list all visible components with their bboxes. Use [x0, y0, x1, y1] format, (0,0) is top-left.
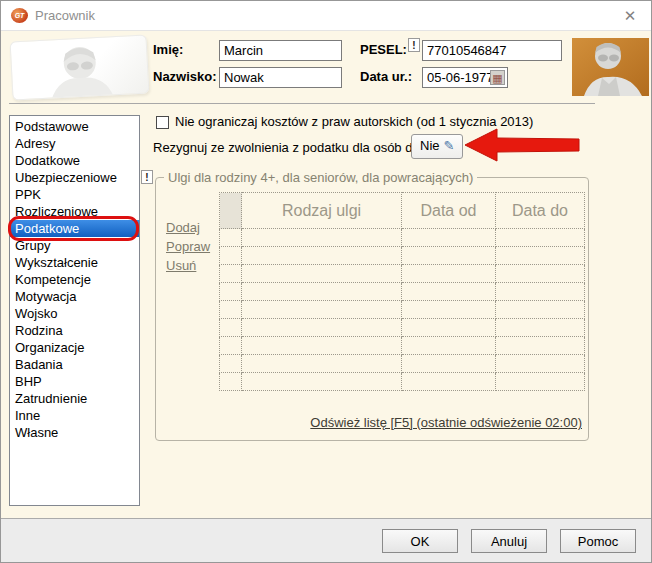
imie-label: Imię: — [153, 42, 183, 57]
sidebar-item-grupy[interactable]: Grupy — [10, 237, 139, 254]
anuluj-button[interactable]: Anuluj — [471, 529, 547, 553]
ok-button[interactable]: OK — [382, 529, 458, 553]
footer-buttons: OKAnulujPomoc — [382, 529, 636, 553]
pesel-label: PESEL: — [360, 42, 407, 57]
annotation-arrow — [463, 127, 581, 163]
group-warning-icon[interactable]: ! — [141, 170, 153, 184]
pencil-edit-icon: ✎ — [444, 138, 455, 153]
table-row — [220, 265, 585, 283]
table-cell — [402, 247, 496, 265]
sidebar-item-ppk[interactable]: PPK — [10, 186, 139, 203]
table-cell — [242, 301, 402, 319]
table-cell — [220, 265, 242, 283]
close-icon[interactable]: ✕ — [620, 6, 640, 26]
sidebar-item-własne[interactable]: Własne — [10, 424, 139, 441]
ulgi-groupbox: Ulgi dla rodziny 4+, dla seniorów, dla p… — [155, 177, 589, 441]
table-cell — [242, 355, 402, 373]
table-cell — [496, 265, 585, 283]
table-cell — [496, 373, 585, 391]
sidebar-item-podstawowe[interactable]: Podstawowe — [10, 118, 139, 135]
sidebar-item-kompetencje[interactable]: Kompetencje — [10, 271, 139, 288]
table-row — [220, 355, 585, 373]
table-cell — [402, 301, 496, 319]
table-cell — [220, 373, 242, 391]
sidebar-item-rodzina[interactable]: Rodzina — [10, 322, 139, 339]
sidebar-item-dodatkowe[interactable]: Dodatkowe — [10, 152, 139, 169]
ulgi-table[interactable]: Rodzaj ulgiData odData do — [219, 192, 585, 391]
table-cell — [242, 337, 402, 355]
column-header-selector — [220, 193, 242, 229]
table-cell — [402, 229, 496, 247]
sidebar-item-ubezpieczeniowe[interactable]: Ubezpieczeniowe — [10, 169, 139, 186]
imie-input[interactable] — [219, 40, 342, 61]
sidebar-item-zatrudnienie[interactable]: Zatrudnienie — [10, 390, 139, 407]
sidebar-item-rozliczeniowe[interactable]: Rozliczeniowe — [10, 203, 139, 220]
table-cell — [220, 355, 242, 373]
table-cell — [402, 319, 496, 337]
dialog-footer: OKAnulujPomoc — [1, 518, 651, 562]
table-cell — [402, 373, 496, 391]
table-row — [220, 247, 585, 265]
table-row — [220, 337, 585, 355]
table-cell — [496, 319, 585, 337]
table-cell — [496, 355, 585, 373]
table-cell — [496, 247, 585, 265]
column-header-Rodzaj ulgi: Rodzaj ulgi — [242, 193, 402, 229]
pesel-input[interactable] — [422, 40, 562, 61]
title-bar: GT Pracownik ✕ — [1, 1, 651, 31]
employee-card-image — [10, 34, 150, 100]
table-cell — [242, 229, 402, 247]
calendar-icon[interactable]: ▦ — [490, 70, 505, 85]
table-row — [220, 283, 585, 301]
sidebar-item-wojsko[interactable]: Wojsko — [10, 305, 139, 322]
table-cell — [402, 355, 496, 373]
pesel-warning-icon[interactable]: ! — [408, 38, 420, 52]
pracownik-dialog: GT Pracownik ✕ Imię: Nazwisko: PESEL: ! … — [0, 0, 652, 563]
sidebar-item-bhp[interactable]: BHP — [10, 373, 139, 390]
employee-avatar — [572, 38, 649, 96]
popraw-link[interactable]: Popraw — [166, 239, 210, 254]
table-cell — [496, 337, 585, 355]
table-cell — [496, 301, 585, 319]
rezygnuj-value: Nie — [420, 138, 440, 153]
dodaj-link[interactable]: Dodaj — [166, 220, 210, 235]
column-header-Data do: Data do — [496, 193, 585, 229]
praw-autorskich-checkbox[interactable] — [156, 116, 169, 129]
nazwisko-label: Nazwisko: — [153, 69, 217, 84]
sidebar-item-adresy[interactable]: Adresy — [10, 135, 139, 152]
table-cell — [496, 283, 585, 301]
table-cell — [220, 247, 242, 265]
table-row — [220, 229, 585, 247]
table-row — [220, 301, 585, 319]
table-row — [220, 373, 585, 391]
refresh-list-link[interactable]: Odśwież listę [F5] (ostatnie odświeżenie… — [310, 415, 582, 430]
nazwisko-input[interactable] — [219, 67, 342, 88]
rezygnuj-value-button[interactable]: Nie✎ — [411, 134, 463, 159]
table-cell — [220, 301, 242, 319]
table-cell — [220, 337, 242, 355]
data-ur-field[interactable]: 05-06-1977 ▦ — [422, 67, 508, 88]
app-logo-icon: GT — [11, 8, 28, 23]
table-cell — [242, 283, 402, 301]
ulgi-action-links: DodajPoprawUsuń — [166, 220, 210, 273]
pomoc-button[interactable]: Pomoc — [560, 529, 636, 553]
usuń-link[interactable]: Usuń — [166, 258, 210, 273]
table-cell — [220, 229, 242, 247]
sidebar-item-inne[interactable]: Inne — [10, 407, 139, 424]
header-divider — [9, 103, 595, 104]
sidebar-item-badania[interactable]: Badania — [10, 356, 139, 373]
sidebar-item-motywacja[interactable]: Motywacja — [10, 288, 139, 305]
table-cell — [496, 229, 585, 247]
column-header-Data od: Data od — [402, 193, 496, 229]
table-cell — [242, 319, 402, 337]
table-cell — [220, 283, 242, 301]
table-cell — [402, 337, 496, 355]
table-cell — [402, 265, 496, 283]
category-listbox[interactable]: PodstawoweAdresyDodatkoweUbezpieczeniowe… — [9, 115, 140, 506]
sidebar-item-organizacje[interactable]: Organizacje — [10, 339, 139, 356]
table-cell — [220, 319, 242, 337]
sidebar-item-wykształcenie[interactable]: Wykształcenie — [10, 254, 139, 271]
table-cell — [242, 265, 402, 283]
sidebar-item-podatkowe[interactable]: Podatkowe — [10, 220, 139, 237]
table-cell — [242, 373, 402, 391]
